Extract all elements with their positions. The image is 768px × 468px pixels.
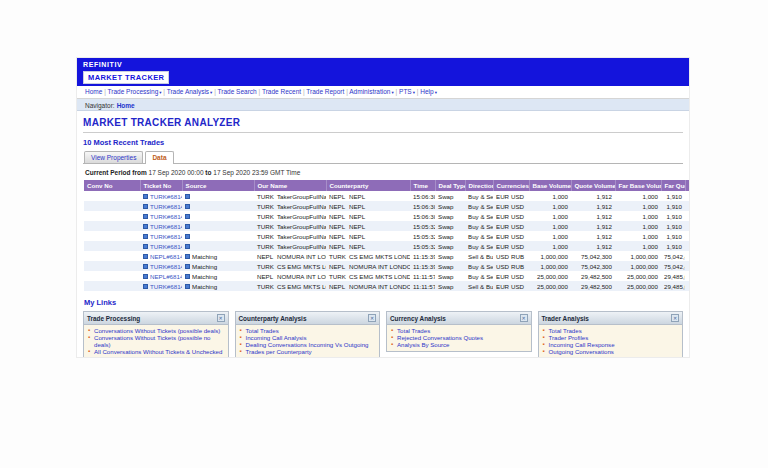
nav-item[interactable]: Trade Report▾	[303, 88, 344, 95]
my-link[interactable]: Total Trades	[240, 327, 377, 334]
source-icon[interactable]	[185, 214, 190, 219]
currencies-cell: EURUSD	[493, 211, 529, 221]
ticket-link[interactable]: TURK#68146773	[150, 213, 182, 220]
my-link[interactable]: Analysis By Source	[543, 355, 680, 358]
ticket-doc-icon[interactable]	[143, 214, 148, 219]
box-header: Trade Processing ✕	[84, 312, 228, 325]
my-link[interactable]: Conversations Without Tickets (possible …	[88, 327, 225, 334]
base-volume-cell: 1,000	[529, 231, 571, 241]
our-code: TURK	[257, 213, 277, 220]
ticket-doc-icon[interactable]	[143, 224, 148, 229]
column-header[interactable]: Counterparty	[326, 180, 410, 191]
currency-analysis-box: Currency Analysis ✕ Total TradesRejected…	[386, 311, 532, 352]
my-link[interactable]: All Conversations Without Tickets & Unch…	[88, 348, 225, 358]
nav-item[interactable]: Help▾	[417, 88, 437, 95]
nav-item[interactable]: Trade Recent▾	[259, 88, 302, 95]
our-name-cell: TURKTakerGroupFullName	[254, 201, 326, 211]
links-column-3: Currency Analysis ✕ Total TradesRejected…	[386, 311, 532, 358]
trade-processing-box: Trade Processing ✕ Conversations Without…	[83, 311, 229, 358]
ticket-doc-icon[interactable]	[143, 244, 148, 249]
ticket-link[interactable]: TURK#68146873	[150, 203, 182, 210]
column-header[interactable]: Currencies	[493, 180, 529, 191]
dropdown-arrow-icon: ▾	[391, 90, 393, 95]
column-header[interactable]: Conv No	[84, 180, 140, 191]
ticket-link[interactable]: TURK#68146898	[150, 223, 182, 230]
close-icon[interactable]: ✕	[520, 314, 528, 322]
far-quote-volume-cell: 1,910	[661, 211, 685, 221]
ticket-link[interactable]: TURK#68148881	[150, 263, 182, 270]
navigator-current-link[interactable]: Home	[117, 102, 135, 109]
column-header[interactable]: Ticket No	[140, 180, 182, 191]
nav-item-label: Trade Search	[218, 88, 257, 95]
ticket-link[interactable]: TURK#68148670	[150, 283, 182, 290]
base-volume-cell: 1,000	[529, 201, 571, 211]
quote-currency: USD	[511, 223, 524, 230]
source-icon[interactable]	[185, 234, 190, 239]
nav-item[interactable]: Trade Analysis▾	[163, 88, 212, 95]
tab-view-properties[interactable]: View Properties	[84, 151, 143, 163]
clipped-cell: 1	[685, 231, 690, 241]
column-header[interactable]: Time	[410, 180, 435, 191]
column-header[interactable]: Direction	[465, 180, 493, 191]
source-icon[interactable]	[185, 204, 190, 209]
column-header[interactable]: Quote Volume	[571, 180, 615, 191]
nav-item[interactable]: PTS▾	[396, 88, 415, 95]
column-header[interactable]: Source	[182, 180, 254, 191]
currencies-cell: EURUSD	[493, 201, 529, 211]
source-icon[interactable]	[185, 244, 190, 249]
nav-item[interactable]: Trade Processing▾	[104, 88, 161, 95]
nav-item[interactable]: Home▾	[85, 88, 102, 95]
nav-item[interactable]: Administration▾	[346, 88, 394, 95]
ticket-doc-icon[interactable]	[143, 284, 148, 289]
our-name-cell: TURKTakerGroupFullName	[254, 191, 326, 201]
my-link[interactable]: Total Trades	[543, 327, 680, 334]
my-link[interactable]: Trader Profiles	[543, 334, 680, 341]
source-icon[interactable]	[185, 264, 190, 269]
ticket-no-cell: TURK#68146872	[140, 231, 182, 241]
my-link[interactable]: Incoming Call Analysis	[240, 334, 377, 341]
ticket-doc-icon[interactable]	[143, 204, 148, 209]
column-header[interactable]: Base Volume	[529, 180, 571, 191]
ticket-link[interactable]: TURK#68146899	[150, 193, 182, 200]
ticket-doc-icon[interactable]	[143, 264, 148, 269]
column-header[interactable]: Deal Type	[435, 180, 465, 191]
direction-cell: Sell & Buy	[465, 281, 493, 291]
ticket-doc-icon[interactable]	[143, 194, 148, 199]
deal-type-cell: Swap	[435, 221, 465, 231]
source-icon[interactable]	[185, 254, 190, 259]
my-link[interactable]: Dealing Conversations Incoming Vs Outgoi…	[240, 341, 377, 348]
close-icon[interactable]: ✕	[217, 314, 225, 322]
my-link[interactable]: Total Trades	[391, 327, 528, 334]
period-timezone: GMT Time	[270, 169, 300, 176]
column-header[interactable]: Our Name	[254, 180, 326, 191]
ticket-link[interactable]: TURK#68146872	[150, 233, 182, 240]
my-link[interactable]: Rejected Conversations Quotes	[391, 334, 528, 341]
my-link[interactable]: Analysis By Source	[391, 341, 528, 348]
column-header[interactable]	[685, 180, 690, 191]
my-link[interactable]: Incoming Call Response	[543, 341, 680, 348]
my-link[interactable]: Outgoing Conversations	[543, 348, 680, 355]
source-icon[interactable]	[185, 224, 190, 229]
tab-data[interactable]: Data	[145, 151, 173, 164]
app-window: REFINITIV MARKET TRACKER Home▾ Trade Pro…	[76, 57, 690, 358]
column-header[interactable]: Far Quote Volume	[661, 180, 685, 191]
my-link[interactable]: Conversations Without Tickets (possible …	[88, 334, 225, 348]
direction-cell: Buy & Sell	[465, 241, 493, 251]
source-icon[interactable]	[185, 274, 190, 279]
my-link[interactable]: Trades per Counterparty	[240, 348, 377, 355]
ticket-link[interactable]: NEPL#68148880	[150, 253, 182, 260]
dropdown-arrow-icon: ▾	[210, 90, 212, 95]
ticket-doc-icon[interactable]	[143, 274, 148, 279]
currencies-cell: EURUSD	[493, 191, 529, 201]
column-header[interactable]: Far Base Volume	[615, 180, 661, 191]
source-icon[interactable]	[185, 284, 190, 289]
nav-item[interactable]: Trade Search▾	[214, 88, 257, 95]
close-icon[interactable]: ✕	[671, 314, 679, 322]
close-icon[interactable]: ✕	[368, 314, 376, 322]
ticket-link[interactable]: TURK#68146772	[150, 243, 182, 250]
source-icon[interactable]	[185, 194, 190, 199]
nav-item-label: Trade Report	[306, 88, 344, 95]
ticket-doc-icon[interactable]	[143, 254, 148, 259]
ticket-link[interactable]: NEPL#68148671	[150, 273, 182, 280]
ticket-doc-icon[interactable]	[143, 234, 148, 239]
